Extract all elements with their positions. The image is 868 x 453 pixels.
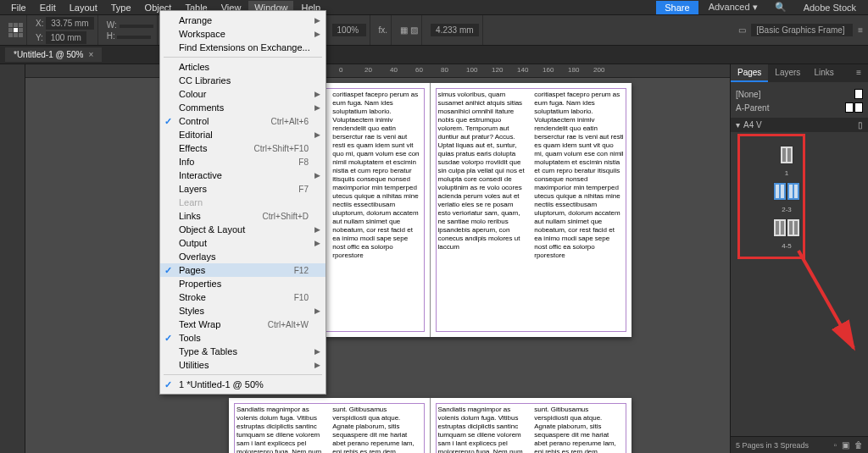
horizontal-ruler: 0 20 40 60 80 100 120 140 160 180 200 [25,64,730,78]
menu-type[interactable]: Type [105,1,137,14]
panel-menu-icon[interactable]: ≡ [858,25,863,35]
reference-point[interactable] [8,23,23,37]
menu-item-stroke[interactable]: StrokeF10 [160,290,326,304]
menu-item-interactive[interactable]: Interactive▶ [160,168,326,182]
menu-item-1-untitled-1-50-[interactable]: ✓1 *Untitled-1 @ 50% [160,378,326,391]
search-icon[interactable]: 🔍 [768,0,793,14]
close-icon[interactable]: × [88,50,93,59]
menu-item-articles[interactable]: Articles [160,60,326,74]
menu-edit[interactable]: Edit [34,1,62,14]
document-tabs: *Untitled-1 @ 50% × [0,46,868,64]
panel-tabs: Pages Layers Links ≡ [731,64,868,82]
menu-item-learn: Learn [160,196,326,209]
menu-layout[interactable]: Layout [64,1,103,14]
text-frame[interactable]: Sandiatis magnimpor as volenis dolum fug… [436,403,627,453]
right-panel: Pages Layers Links ≡ [None] A-Parent ▾ A… [730,64,868,453]
text-wrap-icon[interactable]: ▦ [400,25,408,35]
tools-panel[interactable] [0,64,25,453]
orientation-icon[interactable]: ▯ [858,120,863,130]
chevron-down-icon: ▾ [736,120,740,130]
control-bar: X: 33.75 mm Y: 100 mm W: H: ⟳ 1 pt 100% … [0,15,868,46]
menu-item-cc-libraries[interactable]: CC Libraries [160,74,326,87]
menu-item-tools[interactable]: ✓Tools [160,331,326,345]
object-style-dropdown[interactable]: [Basic Graphics Frame] [751,24,853,36]
menu-item-arrange[interactable]: Arrange▶ [160,14,326,27]
adobe-stock-link[interactable]: Adobe Stock [797,1,863,14]
document-tab[interactable]: *Untitled-1 @ 50% × [5,47,102,62]
h-field[interactable] [117,36,151,39]
page-count-label: 5 Pages in 3 Spreads [736,441,809,450]
tab-layers[interactable]: Layers [768,64,807,82]
menu-item-links[interactable]: LinksCtrl+Shift+D [160,209,326,223]
menu-item-utilities[interactable]: Utilities▶ [160,358,326,372]
menu-item-info[interactable]: InfoF8 [160,155,326,168]
page-thumb-1[interactable] [710,146,863,164]
pages-panel-footer: 5 Pages in 3 Spreads ▫ ▣ 🗑 [731,436,868,453]
document-tab-label: *Untitled-1 @ 50% [14,50,83,59]
section-row[interactable]: ▾ A4 V ▯ [731,118,868,132]
menu-item-find-extensions-on-exchange-[interactable]: Find Extensions on Exchange... [160,41,326,54]
tab-pages[interactable]: Pages [731,64,768,82]
menu-item-workspace[interactable]: Workspace▶ [160,27,326,41]
menu-item-pages[interactable]: ✓PagesF12 [160,263,326,277]
menu-item-colour[interactable]: Colour▶ [160,87,326,101]
text-frame[interactable]: Sandiatis magnimpor as volenis dolum fug… [234,403,425,453]
opacity-field[interactable]: 100% [332,24,366,36]
page-thumb-4-5[interactable] [710,218,863,237]
y-field[interactable]: 100 mm [46,31,86,44]
menu-item-output[interactable]: Output▶ [160,236,326,250]
page-5: Sandiatis magnimpor as volenis dolum fug… [431,398,632,453]
pages-thumbnails: 1 2-3 4-5 [736,135,863,255]
x-field[interactable]: 33.75 mm [46,17,93,30]
menu-item-control[interactable]: ✓ControlCtrl+Alt+6 [160,114,326,128]
menu-item-properties[interactable]: Properties [160,277,326,290]
svg-line-0 [798,251,854,348]
menu-item-comments[interactable]: Comments▶ [160,101,326,114]
share-button[interactable]: Share [656,1,698,14]
annotation-arrow [790,242,866,361]
spread-4-5[interactable]: Sandiatis magnimpor as volenis dolum fug… [229,398,632,453]
menu-item-effects[interactable]: EffectsCtrl+Shift+F10 [160,141,326,155]
menu-item-object-layout[interactable]: Object & Layout▶ [160,223,326,236]
menu-item-type-tables[interactable]: Type & Tables▶ [160,345,326,358]
tab-links[interactable]: Links [807,64,840,82]
new-page-icon[interactable]: ▣ [842,440,849,450]
text-wrap-icon-2[interactable]: ▨ [410,25,418,35]
w-field[interactable] [120,25,153,28]
page-thumb-2-3[interactable] [710,182,863,201]
corner-field[interactable]: 4.233 mm [431,24,478,36]
menu-item-styles[interactable]: Styles▶ [160,304,326,318]
menu-item-layers[interactable]: LayersF7 [160,182,326,196]
delete-page-icon[interactable]: 🗑 [854,440,863,450]
object-style-icon[interactable]: ▭ [738,25,746,35]
page-4: Sandiatis magnimpor as volenis dolum fug… [229,398,431,453]
panel-menu-icon[interactable]: ≡ [849,64,868,82]
edit-page-size-icon[interactable]: ▫ [833,440,837,450]
text-frame[interactable]: simus voloribus, quam susamet anihict at… [436,88,627,332]
menu-item-editorial[interactable]: Editorial▶ [160,128,326,141]
menu-file[interactable]: File [5,1,32,14]
page-3: simus voloribus, quam susamet anihict at… [431,83,632,337]
pasteboard[interactable]: 0 20 40 60 80 100 120 140 160 180 200 si… [0,64,730,453]
master-a-parent[interactable]: A-Parent [736,101,863,114]
effects-icon[interactable]: fx. [379,25,388,35]
workspace-switcher[interactable]: Advanced ▾ [702,0,765,14]
window-menu-dropdown: Arrange▶Workspace▶Find Extensions on Exc… [159,10,326,395]
menu-item-overlays[interactable]: Overlays [160,250,326,263]
master-none[interactable]: [None] [736,87,863,101]
menubar: File Edit Layout Type Object Table View … [0,0,868,15]
menu-item-text-wrap[interactable]: Text WrapCtrl+Alt+W [160,318,326,331]
